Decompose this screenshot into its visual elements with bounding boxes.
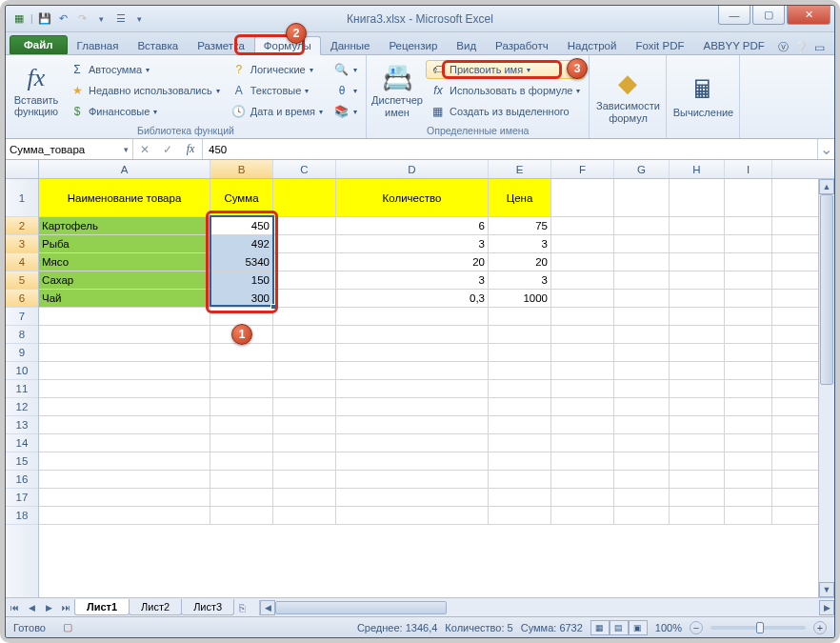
cell[interactable]: 300 bbox=[210, 290, 273, 307]
horizontal-scrollbar[interactable]: ◀ ▶ bbox=[259, 600, 834, 615]
col-header-e[interactable]: E bbox=[489, 160, 551, 178]
cell[interactable] bbox=[273, 362, 336, 379]
page-break-view-button[interactable]: ▣ bbox=[629, 620, 648, 635]
cell[interactable] bbox=[489, 489, 551, 506]
cell[interactable] bbox=[39, 326, 210, 343]
cell[interactable] bbox=[725, 235, 772, 252]
undo-icon[interactable]: ↶ bbox=[56, 11, 71, 27]
col-header-b[interactable]: B bbox=[210, 160, 273, 178]
cell[interactable] bbox=[551, 452, 614, 470]
col-header-g[interactable]: G bbox=[614, 160, 670, 178]
math-trig-button[interactable]: θ▾ bbox=[330, 81, 362, 100]
cell[interactable] bbox=[725, 471, 772, 488]
minimize-button[interactable]: — bbox=[718, 6, 750, 25]
cell[interactable] bbox=[725, 344, 772, 361]
vscroll-thumb[interactable] bbox=[820, 194, 833, 385]
cell[interactable] bbox=[210, 362, 273, 379]
scroll-up-button[interactable]: ▲ bbox=[819, 179, 834, 194]
tab-addins[interactable]: Надстрой bbox=[558, 36, 627, 54]
cell[interactable] bbox=[725, 507, 772, 524]
cell[interactable] bbox=[670, 434, 725, 452]
tab-foxit-pdf[interactable]: Foxit PDF bbox=[626, 36, 693, 54]
row-header-11[interactable]: 11 bbox=[6, 380, 38, 398]
cell[interactable] bbox=[670, 326, 725, 343]
new-sheet-button[interactable]: ⎘ bbox=[233, 602, 251, 613]
tab-view[interactable]: Вид bbox=[447, 36, 486, 54]
cell[interactable] bbox=[614, 362, 670, 379]
cell[interactable] bbox=[210, 507, 273, 524]
cell[interactable] bbox=[670, 253, 725, 271]
cell[interactable] bbox=[489, 471, 551, 488]
cell[interactable]: 1000 bbox=[489, 290, 551, 307]
tab-page-layout[interactable]: Разметка bbox=[188, 36, 254, 54]
cell[interactable] bbox=[273, 398, 336, 415]
cell[interactable] bbox=[614, 452, 670, 470]
cell[interactable] bbox=[725, 452, 772, 470]
cell[interactable] bbox=[489, 326, 551, 343]
cell[interactable]: 3 bbox=[336, 235, 489, 252]
define-name-button[interactable]: 🏷Присвоить имя ▾ bbox=[426, 60, 586, 79]
sheet-nav-last[interactable]: ⏭ bbox=[57, 603, 74, 613]
cell[interactable] bbox=[551, 398, 614, 415]
name-box[interactable]: Сумма_товара ▾ bbox=[6, 139, 133, 159]
calculation-button[interactable]: 🖩 Вычисление bbox=[670, 57, 735, 135]
ribbon-minimize-icon[interactable]: ⓥ bbox=[778, 40, 789, 54]
expand-formula-bar-button[interactable]: ⌄ bbox=[817, 139, 834, 159]
cell[interactable] bbox=[551, 308, 614, 325]
cell[interactable] bbox=[39, 308, 210, 325]
scroll-left-button[interactable]: ◀ bbox=[260, 600, 275, 615]
cell[interactable] bbox=[336, 507, 489, 524]
cell[interactable] bbox=[39, 344, 210, 361]
row-header-17[interactable]: 17 bbox=[6, 489, 38, 507]
cell[interactable]: Сумма bbox=[210, 179, 273, 216]
cell[interactable] bbox=[489, 507, 551, 524]
cell[interactable] bbox=[551, 326, 614, 343]
tab-review[interactable]: Рецензир bbox=[379, 36, 447, 54]
cell[interactable] bbox=[489, 452, 551, 470]
recently-used-button[interactable]: ★Недавно использовались ▾ bbox=[65, 81, 225, 100]
cell[interactable]: Картофель bbox=[39, 217, 210, 234]
cell[interactable]: Цена bbox=[489, 179, 551, 216]
zoom-out-button[interactable]: − bbox=[690, 621, 703, 634]
cell[interactable] bbox=[725, 271, 772, 289]
formula-input[interactable]: 450 bbox=[203, 139, 817, 159]
cell[interactable] bbox=[670, 344, 725, 361]
sheet-nav-first[interactable]: ⏮ bbox=[6, 603, 23, 613]
row-header-7[interactable]: 7 bbox=[6, 308, 38, 326]
cell[interactable] bbox=[670, 416, 725, 433]
cell[interactable] bbox=[39, 434, 210, 452]
cell[interactable] bbox=[551, 235, 614, 252]
cell[interactable] bbox=[39, 471, 210, 488]
cell[interactable] bbox=[551, 271, 614, 289]
cell[interactable]: Чай bbox=[39, 290, 210, 307]
cell[interactable] bbox=[39, 416, 210, 433]
cell[interactable] bbox=[336, 326, 489, 343]
cell[interactable] bbox=[725, 398, 772, 415]
cell[interactable] bbox=[614, 344, 670, 361]
formula-auditing-button[interactable]: ◆ Зависимости формул bbox=[593, 57, 662, 135]
cell[interactable] bbox=[39, 489, 210, 506]
cell[interactable] bbox=[670, 290, 725, 307]
cell[interactable] bbox=[670, 217, 725, 234]
text-button[interactable]: AТекстовые ▾ bbox=[227, 81, 328, 100]
insert-function-button[interactable]: fx Вставить функцию bbox=[10, 57, 63, 124]
cell[interactable] bbox=[336, 308, 489, 325]
customize-qat-icon[interactable]: ▾ bbox=[94, 11, 110, 27]
zoom-in-button[interactable]: + bbox=[813, 621, 827, 634]
cell[interactable] bbox=[670, 452, 725, 470]
col-header-f[interactable]: F bbox=[551, 160, 614, 178]
cell[interactable]: Наименование товара bbox=[39, 179, 210, 216]
cell[interactable] bbox=[614, 326, 670, 343]
row-header-15[interactable]: 15 bbox=[6, 452, 38, 471]
cell[interactable] bbox=[273, 290, 336, 307]
cell[interactable] bbox=[614, 235, 670, 252]
tab-file[interactable]: Файл bbox=[10, 35, 68, 54]
cell[interactable] bbox=[273, 326, 336, 343]
cell[interactable]: 3 bbox=[489, 271, 551, 289]
cell[interactable] bbox=[670, 235, 725, 252]
cell[interactable] bbox=[551, 217, 614, 234]
cell[interactable]: 3 bbox=[336, 271, 489, 289]
cell[interactable] bbox=[489, 362, 551, 379]
col-header-i[interactable]: I bbox=[725, 160, 772, 178]
cell[interactable] bbox=[551, 507, 614, 524]
